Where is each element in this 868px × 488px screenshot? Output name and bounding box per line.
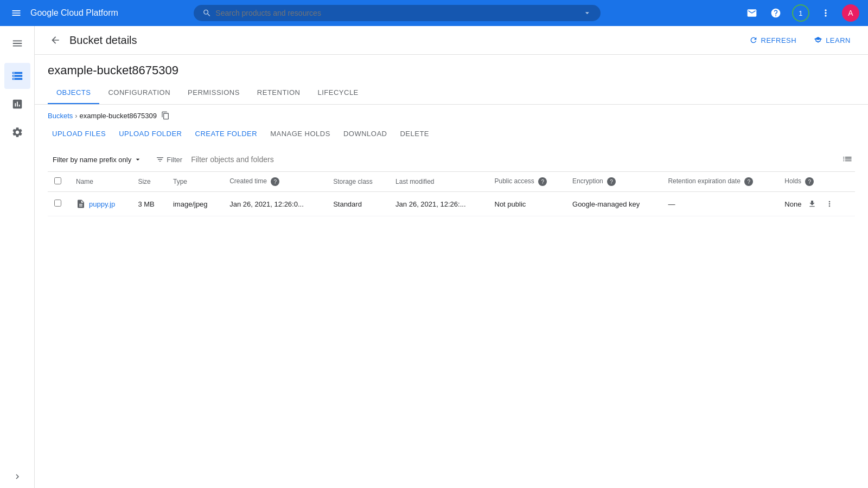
encryption-help-icon[interactable]: ? — [607, 177, 616, 186]
tabs: OBJECTS CONFIGURATION PERMISSIONS RETENT… — [35, 82, 868, 105]
bucket-title-section: example-bucket8675309 — [35, 55, 868, 78]
col-last-modified: Last modified — [389, 172, 488, 192]
more-options-button[interactable] — [818, 5, 833, 21]
manage-holds-button[interactable]: MANAGE HOLDS — [266, 126, 335, 141]
density-icon — [842, 154, 853, 165]
email-button[interactable] — [744, 5, 760, 21]
tab-permissions[interactable]: PERMISSIONS — [179, 82, 248, 104]
help-button[interactable] — [768, 5, 783, 21]
sidebar-item-settings[interactable] — [4, 119, 30, 145]
sidebar — [0, 26, 35, 488]
file-icon — [76, 199, 86, 209]
dropdown-icon — [583, 8, 592, 18]
table-row: puppy.jp 3 MB image/jpeg Jan 26, 2021, 1… — [48, 192, 855, 216]
top-nav: Google Cloud Platform 1 — [0, 0, 868, 26]
cell-type: image/jpeg — [167, 192, 223, 216]
sidebar-item-analytics[interactable] — [4, 91, 30, 117]
main-content: Bucket details REFRESH LEARN ex — [35, 26, 868, 488]
nav-right: 1 A — [744, 4, 859, 22]
expand-sidebar-button[interactable] — [10, 470, 24, 484]
tab-configuration[interactable]: CONFIGURATION — [99, 82, 179, 104]
col-holds: Holds ? — [778, 172, 855, 192]
cell-created-time: Jan 26, 2021, 12:26:0... — [223, 192, 327, 216]
download-button[interactable]: DOWNLOAD — [339, 126, 392, 141]
select-all-checkbox[interactable] — [54, 177, 61, 184]
hamburger-menu-button[interactable] — [9, 5, 24, 21]
chevron-down-icon — [133, 155, 142, 164]
tab-objects[interactable]: OBJECTS — [48, 82, 99, 104]
page-title: Bucket details — [69, 34, 137, 47]
search-bar — [194, 5, 601, 21]
action-buttons: UPLOAD FILES UPLOAD FOLDER CREATE FOLDER… — [48, 126, 855, 141]
col-name: Name — [69, 172, 131, 192]
notification-button[interactable]: 1 — [792, 4, 809, 22]
cell-public-access: Not public — [488, 192, 566, 216]
more-vert-icon — [825, 200, 834, 208]
objects-table: Name Size Type Created time ? Storage cl… — [48, 172, 855, 216]
density-button[interactable] — [840, 152, 855, 167]
cell-name: puppy.jp — [69, 192, 131, 216]
breadcrumb-separator: › — [75, 112, 77, 120]
create-folder-button[interactable]: CREATE FOLDER — [191, 126, 262, 141]
breadcrumb-buckets[interactable]: Buckets — [48, 112, 73, 120]
col-storage-class: Storage class — [327, 172, 389, 192]
col-encryption: Encryption ? — [566, 172, 661, 192]
col-retention: Retention expiration date ? — [661, 172, 778, 192]
row-download-button[interactable] — [806, 197, 819, 210]
filter-row: Filter by name prefix only Filter — [48, 147, 855, 172]
sidebar-item-home[interactable] — [4, 30, 30, 56]
learn-button[interactable]: LEARN — [809, 33, 855, 48]
cell-holds: None — [778, 192, 855, 216]
cell-size: 3 MB — [131, 192, 167, 216]
upload-folder-button[interactable]: UPLOAD FOLDER — [114, 126, 186, 141]
refresh-button[interactable]: REFRESH — [745, 33, 801, 48]
back-button[interactable] — [48, 33, 63, 48]
row-checkbox[interactable] — [54, 200, 61, 207]
cell-storage-class: Standard — [327, 192, 389, 216]
page-header: Bucket details REFRESH LEARN — [35, 26, 868, 55]
filter-prefix-button[interactable]: Filter by name prefix only — [48, 152, 147, 166]
upload-files-button[interactable]: UPLOAD FILES — [48, 126, 110, 141]
col-type: Type — [167, 172, 223, 192]
breadcrumb-current: example-bucket8675309 — [80, 112, 157, 120]
col-created-time: Created time ? — [223, 172, 327, 192]
filter-icon — [156, 155, 164, 164]
search-icon — [202, 8, 212, 18]
avatar[interactable]: A — [842, 4, 859, 22]
cell-encryption: Google-managed key — [566, 192, 661, 216]
download-icon — [808, 200, 816, 208]
bucket-name: example-bucket8675309 — [48, 63, 855, 78]
app-title: Google Cloud Platform — [30, 8, 118, 18]
cell-last-modified: Jan 26, 2021, 12:26:... — [389, 192, 488, 216]
breadcrumb: Buckets › example-bucket8675309 — [48, 111, 855, 120]
retention-help-icon[interactable]: ? — [744, 177, 753, 186]
tab-lifecycle[interactable]: LIFECYCLE — [309, 82, 367, 104]
cell-retention: — — [661, 192, 778, 216]
public-access-help-icon[interactable]: ? — [538, 177, 547, 186]
holds-help-icon[interactable]: ? — [805, 177, 814, 186]
filter-input[interactable] — [191, 155, 835, 164]
filter-button[interactable]: Filter — [151, 153, 187, 166]
file-name[interactable]: puppy.jp — [89, 200, 115, 208]
tab-retention[interactable]: RETENTION — [248, 82, 309, 104]
search-input[interactable] — [215, 9, 578, 17]
col-public-access: Public access ? — [488, 172, 566, 192]
delete-button[interactable]: DELETE — [395, 126, 433, 141]
content-area: Buckets › example-bucket8675309 UPLOAD F… — [35, 105, 868, 488]
row-more-button[interactable] — [823, 197, 836, 210]
col-size: Size — [131, 172, 167, 192]
copy-icon[interactable] — [161, 111, 170, 120]
sidebar-item-storage[interactable] — [4, 63, 30, 89]
created-time-help-icon[interactable]: ? — [271, 177, 279, 186]
